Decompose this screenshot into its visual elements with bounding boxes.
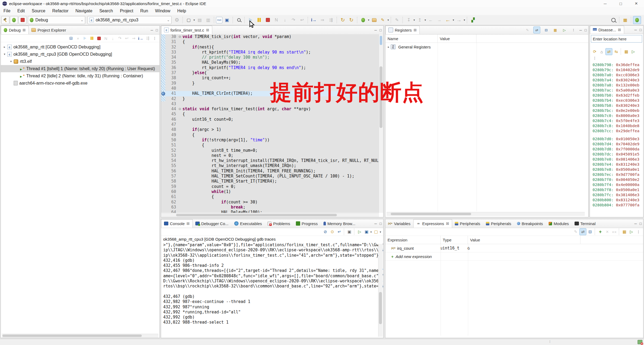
editor-vscrollbar[interactable] xyxy=(379,34,383,213)
code-line-60[interactable]: 60 while(1) xyxy=(161,189,379,194)
minimize-view-icon[interactable]: ─ xyxy=(634,222,637,226)
suspend-icon[interactable] xyxy=(89,35,95,41)
search-button[interactable] xyxy=(609,16,617,24)
launch-gear-button[interactable]: ⚙ xyxy=(173,16,181,24)
view-menu-icon[interactable]: ⁞ xyxy=(635,229,642,235)
console-vscrollbar[interactable] xyxy=(379,292,382,324)
code-line-34[interactable]: 34 // printf("delay 100 ms\n"); xyxy=(161,55,379,60)
vars-tab-peripherals[interactable]: Peripherals xyxy=(483,219,514,228)
disconnect-button[interactable]: N xyxy=(272,16,280,24)
sync-active-context-icon[interactable]: ⇄ xyxy=(605,48,612,55)
expression-row[interactable]: (x)= irq_count uint16_t 6 xyxy=(385,244,643,252)
step-over-button[interactable]: ↷ xyxy=(289,16,297,24)
follow-pc-icon[interactable]: ⇆ xyxy=(613,48,619,55)
registers-tab-registers[interactable]: Registers⊠ xyxy=(385,26,420,34)
clear-console-icon[interactable]: ⊘ xyxy=(322,229,329,235)
memory-monitor-button[interactable]: ▣ xyxy=(223,16,231,24)
collapse-all-icon[interactable]: ⊟ xyxy=(68,35,74,41)
view-menu-icon[interactable]: ⁞ xyxy=(570,27,577,33)
minimize-view-icon[interactable]: ─ xyxy=(374,28,377,32)
maximize-button[interactable]: □ xyxy=(613,0,628,7)
code-line-32[interactable]: 32 if(nest){ xyxy=(161,45,379,50)
resume-icon[interactable] xyxy=(82,35,88,41)
code-line-64[interactable]: 64 HAL_DelayMs(100); xyxy=(161,210,379,213)
remove-all-expressions-icon[interactable]: ×× xyxy=(611,229,617,235)
disassembly-tab-disasse[interactable]: Disasse...⊠ xyxy=(590,26,624,34)
code-line-63[interactable]: 63 break; xyxy=(161,205,379,210)
build-button[interactable] xyxy=(1,16,9,24)
vars-tab-modules[interactable]: Modules xyxy=(546,219,572,228)
launch-config-combo[interactable]: c ok3568_amp_rtt_cpu3 ⌄ xyxy=(87,16,172,24)
console-tab-memory-brow[interactable]: Memory Brow... xyxy=(321,219,358,228)
debug-button[interactable] xyxy=(10,16,18,24)
drop-to-frame-icon[interactable]: ⇒ xyxy=(131,35,137,41)
column-header[interactable]: Value xyxy=(438,35,477,43)
close-tab-icon[interactable]: ⊠ xyxy=(206,28,209,32)
mark-occurrences-button[interactable]: ✎ xyxy=(393,16,401,24)
instruction-step-over-button[interactable]: ⇶ xyxy=(327,16,335,24)
menu-navigate[interactable]: Navigate xyxy=(72,7,96,14)
location-input[interactable]: Enter location here xyxy=(591,35,642,43)
save-button[interactable]: ▤ xyxy=(196,16,204,24)
close-button[interactable]: × xyxy=(628,0,644,7)
console-output[interactable]: >"},{name="param",value="0x0"}],file="ap… xyxy=(161,242,383,326)
code-line-52[interactable]: 52 uint8_t time_num=0; xyxy=(161,148,379,153)
disassembly-listing[interactable]: 0280b798: 0x36deffea0280b79c: 0x10402de9… xyxy=(590,62,643,208)
link-with-debug-icon[interactable]: ⇄ xyxy=(579,228,586,235)
code-line-56[interactable]: 56 HAL_TIMER_Init(TIMER4, TIMER_FREE_RUN… xyxy=(161,169,379,174)
forward-button[interactable]: → xyxy=(455,16,463,24)
external-tools-button[interactable]: ✎ xyxy=(379,16,387,24)
code-line-46[interactable]: 46 uint16_t count=0; xyxy=(161,117,379,122)
minimize-button[interactable]: ─ xyxy=(597,0,613,7)
console-tab-debugger-co[interactable]: Debugger Co... xyxy=(193,219,232,228)
instruction-stepping-button[interactable]: i→ xyxy=(310,16,318,24)
maximize-view-icon[interactable]: □ xyxy=(639,222,642,226)
pin-view-icon[interactable]: ▷ xyxy=(561,27,568,33)
restart-button[interactable]: ↻ xyxy=(339,16,347,24)
debug-mode-combo[interactable]: Debug ⌄ xyxy=(28,16,85,24)
code-line-55[interactable]: 55 rt_hw_interrupt_umask(TIMER4_IRQn); xyxy=(161,163,379,168)
step-return-button[interactable]: ↩ xyxy=(298,16,306,24)
menu-source[interactable]: Source xyxy=(28,7,49,14)
pin-view-icon[interactable]: ▷ xyxy=(630,48,636,55)
code-line-57[interactable]: 57 HAL_TIMER_SetCount(TIMER4, (PLL_INPUT… xyxy=(161,174,379,179)
binary-file-button[interactable]: 010 xyxy=(216,17,222,23)
code-line-62[interactable]: 62 if(count >= 30) xyxy=(161,200,379,205)
code-line-48[interactable]: 48 if(argc > 1) xyxy=(161,127,379,132)
maximize-view-icon[interactable]: □ xyxy=(585,28,587,32)
spy-button[interactable] xyxy=(235,16,243,24)
code-line-54[interactable]: 54 rt_hw_interrupt_install(TIMER4_IRQn, … xyxy=(161,158,379,163)
console-tab-console[interactable]: Console⊠ xyxy=(161,219,193,228)
expand-icon[interactable]: ▾ xyxy=(9,60,13,63)
debug-tab-project-explorer[interactable]: Project Explorer xyxy=(29,26,69,34)
next-annotation-button[interactable]: ↧ xyxy=(405,16,413,24)
code-editor[interactable]: 30⊖void TIMER4_tick_isr(int vector, void… xyxy=(161,34,379,213)
close-tab-icon[interactable]: ⊠ xyxy=(187,221,190,226)
menu-edit[interactable]: Edit xyxy=(14,7,28,14)
new-wizard-button[interactable]: ▢ xyxy=(185,16,193,24)
disconnect-icon[interactable]: N xyxy=(103,35,109,41)
show-console-when-output-icon[interactable]: ▣ xyxy=(346,229,353,235)
next-annotation-dropdown-icon[interactable]: ▾ xyxy=(414,18,415,21)
vars-tab-breakpoints[interactable]: Breakpoints xyxy=(514,219,546,228)
back-disabled-button[interactable]: ← xyxy=(427,16,435,24)
display-selected-console-icon[interactable]: ▣ xyxy=(363,229,370,235)
close-tab-icon[interactable]: ⊠ xyxy=(446,221,449,226)
code-line-50[interactable]: 50 if(!strcmp(argv[1], "time")) xyxy=(161,138,379,143)
step-over-icon[interactable]: ↷ xyxy=(117,35,123,41)
add-expression-icon[interactable]: + xyxy=(597,229,604,235)
new-wizard-dropdown-icon[interactable]: ▾ xyxy=(193,18,195,21)
debug-tree-item[interactable]: ▾cok3568_amp_rtt_cpu3 [GDB OpenOCD Debug… xyxy=(1,51,159,58)
code-line-30[interactable]: 30⊖void TIMER4_tick_isr(int vector, void… xyxy=(161,34,379,39)
pin-console-icon[interactable]: ▷ xyxy=(356,229,363,235)
view-menu-icon[interactable]: ⁞ xyxy=(151,35,158,41)
vars-tab-variables[interactable]: (x)=Variables xyxy=(385,219,413,228)
fold-icon[interactable]: ⊖ xyxy=(177,34,183,39)
maximize-view-icon[interactable]: □ xyxy=(639,28,642,32)
column-header[interactable]: Type xyxy=(441,236,468,244)
add-expression-row[interactable]: + Add new expression xyxy=(385,252,643,261)
menu-window[interactable]: Window xyxy=(152,7,174,14)
terminate-icon[interactable] xyxy=(96,35,102,41)
column-header[interactable]: Value xyxy=(468,236,580,244)
code-line-61[interactable]: 61 { xyxy=(161,194,379,199)
